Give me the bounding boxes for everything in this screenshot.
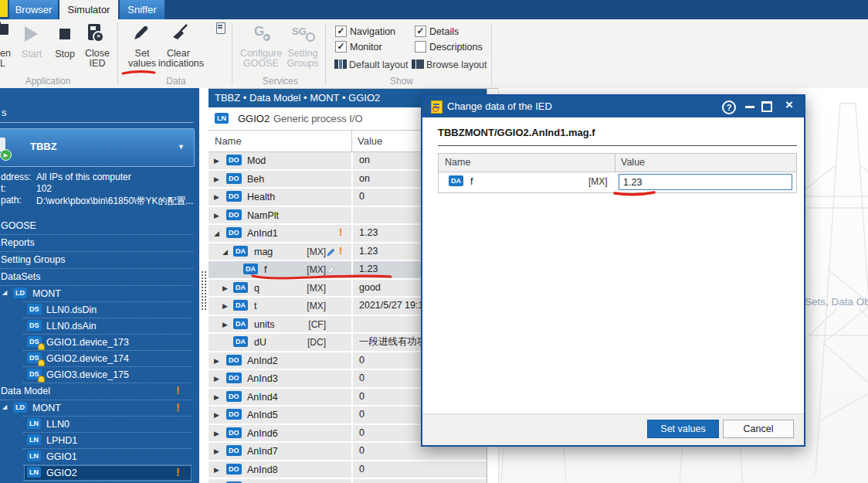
expand-icon[interactable]: ▶: [214, 157, 219, 165]
default-layout-button[interactable]: Default layout: [349, 60, 408, 70]
open-scl-icon[interactable]: [0, 24, 8, 35]
expand-icon[interactable]: ▶: [214, 411, 219, 419]
dialog-titlebar[interactable]: Change data of the IED ? ×: [422, 96, 804, 117]
collapse-icon[interactable]: ◢: [222, 248, 228, 256]
expand-icon[interactable]: ▶: [214, 393, 219, 401]
close-icon[interactable]: ×: [785, 97, 793, 113]
expand-icon[interactable]: ▶: [214, 447, 219, 455]
tree-item-lln0.dsain[interactable]: DSLLN0.dsAin: [0, 318, 199, 335]
close-ied-button[interactable]: IED: [83, 58, 111, 69]
sidebar-section-setting-groups[interactable]: Setting Groups: [0, 252, 199, 269]
tree-item-lphd1[interactable]: LNLPHD1: [0, 433, 199, 449]
table-row[interactable]: ▶DOAnInd90: [209, 479, 487, 483]
expand-icon[interactable]: ▶: [222, 284, 228, 292]
edit-pencil-icon[interactable]: [326, 264, 336, 274]
collapse-icon[interactable]: ◢: [214, 230, 219, 237]
configure-goose-button[interactable]: Configure: [239, 48, 283, 59]
open-scl-button-partial[interactable]: L: [0, 58, 5, 69]
browse-layout-button[interactable]: Browse layout: [426, 60, 487, 70]
tree-item-lln0.dsdin[interactable]: DSLLN0.dsDin: [0, 302, 199, 318]
navigation-panel: s ▶ TBBZ ▼ ddress:All IPs of this comput…: [0, 88, 199, 483]
node-type-badge: LN: [27, 451, 41, 461]
tree-item-ggio3.device_175[interactable]: DSGGIO3.device_175: [0, 367, 199, 383]
help-icon[interactable]: ?: [722, 100, 736, 114]
sidebar-section-reports[interactable]: Reports: [0, 235, 199, 252]
sidebar-section-data-model[interactable]: Data Model!: [0, 383, 199, 400]
maximize-icon[interactable]: [761, 101, 772, 112]
app-icon-partial[interactable]: [0, 0, 8, 17]
cancel-button[interactable]: Cancel: [723, 420, 794, 438]
node-type-badge: DS: [27, 320, 42, 331]
node-name: mag: [254, 247, 273, 257]
device-selector[interactable]: ▶ TBBZ ▼: [0, 128, 195, 167]
changed-indicator: !: [176, 401, 180, 413]
expand-icon[interactable]: ▶: [214, 430, 219, 437]
descriptions-checkbox[interactable]: [415, 41, 426, 53]
sidebar-section-datasets[interactable]: DataSets: [0, 269, 199, 286]
changed-indicator: !: [176, 466, 180, 478]
collapse-icon[interactable]: ◢: [2, 289, 7, 296]
setting-groups-button[interactable]: Groups: [284, 58, 321, 69]
tree-item-mont[interactable]: ◢LDMONT: [0, 286, 199, 302]
node-type-badge: DO: [226, 173, 242, 184]
set-values-button[interactable]: Set: [130, 48, 154, 59]
monitor-checkbox[interactable]: ✓: [335, 41, 347, 53]
ip-address-value: All IPs of this computer: [36, 172, 131, 182]
tree-item-label: GGIO3.device_175: [46, 369, 129, 380]
collapse-icon[interactable]: ◢: [2, 403, 7, 410]
tree-item-label: LPHD1: [46, 435, 77, 446]
expand-icon[interactable]: ▶: [214, 466, 219, 474]
functional-constraint: [MX]: [307, 301, 326, 311]
column-name: Name: [215, 135, 242, 147]
column-divider[interactable]: [351, 131, 352, 151]
expand-icon[interactable]: ▶: [214, 212, 219, 219]
start-button[interactable]: Start: [21, 49, 42, 60]
table-row[interactable]: ▶DOAnInd80: [209, 461, 487, 480]
name-cell: ▶DOAnInd4: [209, 389, 351, 406]
expand-icon[interactable]: ▶: [214, 357, 219, 365]
tree-item-ggio1.device_173[interactable]: DSGGIO1.device_173: [0, 335, 199, 351]
value-input[interactable]: [619, 174, 792, 190]
node-type-badge: DA: [233, 300, 248, 311]
panel-splitter[interactable]: [199, 88, 209, 483]
tab-sniffer[interactable]: Sniffer: [120, 0, 164, 19]
sidebar-section-label: GOOSE: [1, 220, 36, 231]
name-cell: ▶DOAnInd6: [209, 425, 351, 442]
tree-item-ggio2.device_174[interactable]: DSGGIO2.device_174: [0, 351, 199, 367]
clear-indications-button[interactable]: Clear: [166, 48, 191, 59]
edit-pencil-icon[interactable]: [326, 247, 336, 257]
expand-icon[interactable]: ▶: [214, 375, 219, 383]
splitter-grip-icon[interactable]: [201, 270, 207, 311]
set-values-button[interactable]: values: [125, 58, 159, 69]
details-checkbox[interactable]: ✓: [415, 26, 426, 37]
sidebar-section-goose[interactable]: GOOSE: [0, 218, 199, 235]
tree-item-ggio2[interactable]: LNGGIO2!: [0, 465, 199, 481]
da-badge: DA: [449, 175, 463, 186]
tree-item-label: MONT: [32, 403, 61, 413]
expand-icon[interactable]: ▶: [222, 321, 228, 328]
expand-icon[interactable]: ▶: [214, 175, 219, 183]
ribbon: en L Start Stop × Close IED Application …: [0, 19, 868, 89]
minimize-icon[interactable]: [745, 106, 754, 108]
expand-icon[interactable]: ▶: [214, 193, 219, 201]
tree-item-mont[interactable]: ◢LDMONT!: [0, 400, 199, 417]
export-data-icon[interactable]: [216, 22, 225, 34]
clear-indications-button[interactable]: indications: [158, 58, 198, 69]
node-type-badge: DO: [226, 209, 242, 220]
set-values-button[interactable]: Set values: [647, 420, 719, 438]
stop-button[interactable]: Stop: [54, 49, 76, 60]
tab-simulator[interactable]: Simulator: [59, 0, 118, 19]
navigation-checkbox[interactable]: ✓: [335, 26, 347, 37]
chevron-down-icon[interactable]: ▼: [178, 143, 185, 151]
dialog-table-row[interactable]: DA f [MX]: [439, 172, 796, 192]
group-label-show: Show: [367, 76, 436, 87]
tree-item-ggio1[interactable]: LNGGIO1: [0, 449, 199, 465]
setting-groups-button[interactable]: Setting: [284, 48, 321, 59]
port-value: 102: [36, 183, 52, 194]
open-scl-button-partial[interactable]: en: [0, 48, 11, 59]
tree-item-lln0[interactable]: LNLLN0: [0, 417, 199, 433]
tab-browser[interactable]: Browser: [9, 0, 58, 19]
expand-icon[interactable]: ▶: [222, 302, 228, 310]
close-ied-button[interactable]: Close: [83, 48, 111, 59]
configure-goose-button[interactable]: GOOSE: [239, 58, 283, 69]
